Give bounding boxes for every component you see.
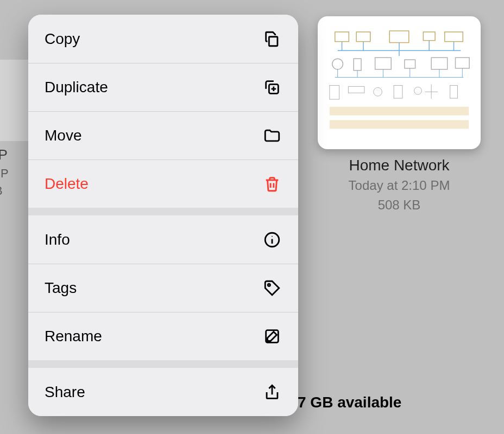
menu-item-label: Tags <box>45 279 77 297</box>
menu-item-duplicate[interactable]: Duplicate <box>28 63 298 111</box>
menu-item-rename[interactable]: Rename <box>28 312 298 360</box>
menu-item-label: Share <box>45 384 85 401</box>
info-icon <box>262 230 282 250</box>
menu-item-label: Delete <box>45 175 89 193</box>
copy-icon <box>262 29 282 49</box>
svg-rect-33 <box>330 107 469 116</box>
context-menu: Copy Duplicate Move Delete Info <box>28 15 298 416</box>
menu-group-3: Share <box>28 360 298 416</box>
menu-item-copy[interactable]: Copy <box>28 15 298 63</box>
svg-point-39 <box>268 284 270 286</box>
svg-rect-34 <box>330 120 469 129</box>
menu-group-1: Copy Duplicate Move Delete <box>28 15 298 208</box>
folder-icon <box>262 126 282 145</box>
menu-item-label: Rename <box>45 328 102 345</box>
network-diagram-icon <box>324 23 474 143</box>
menu-group-2: Info Tags Rename <box>28 208 298 360</box>
file-size: 508 KB <box>318 197 481 213</box>
menu-item-label: Copy <box>45 30 80 48</box>
menu-item-move[interactable]: Move <box>28 111 298 159</box>
menu-item-share[interactable]: Share <box>28 368 298 416</box>
file-thumbnail <box>318 16 481 149</box>
menu-item-label: Duplicate <box>45 79 108 96</box>
rename-icon <box>262 327 282 346</box>
share-icon <box>262 382 282 402</box>
duplicate-icon <box>262 78 282 97</box>
menu-item-delete[interactable]: Delete <box>28 159 298 208</box>
menu-item-label: Move <box>45 127 81 144</box>
menu-item-label: Info <box>45 231 70 248</box>
file-date: Today at 2:10 PM <box>318 177 481 194</box>
storage-available: 7 GB available <box>298 394 401 411</box>
trash-icon <box>262 174 282 194</box>
menu-item-tags[interactable]: Tags <box>28 264 298 312</box>
svg-point-38 <box>272 235 273 237</box>
file-name: Home Network <box>318 157 481 174</box>
tag-icon <box>262 278 282 298</box>
menu-item-info[interactable]: Info <box>28 215 298 264</box>
file-item[interactable]: Home Network Today at 2:10 PM 508 KB <box>318 16 481 213</box>
